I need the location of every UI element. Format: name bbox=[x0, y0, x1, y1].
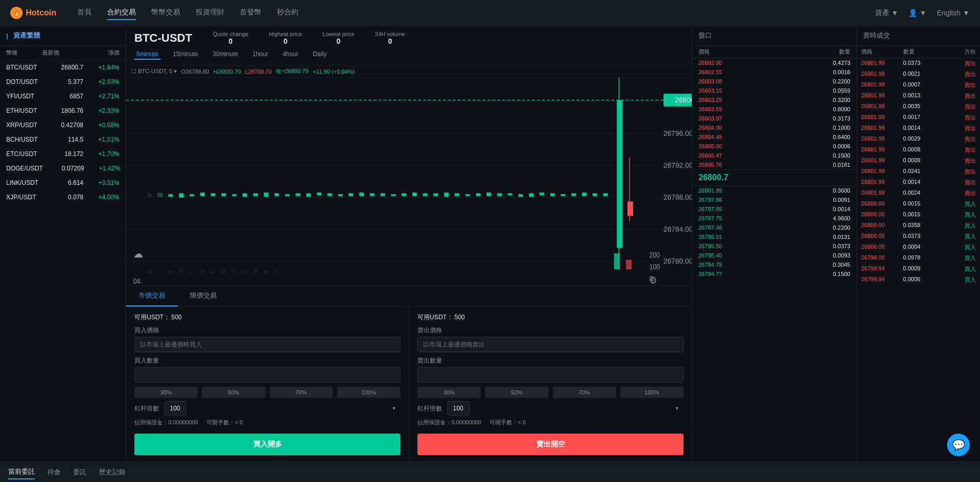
table-row[interactable]: 26797.46 0.2200 bbox=[692, 223, 856, 232]
chat-bubble[interactable]: 💬 bbox=[947, 434, 970, 456]
table-row[interactable]: 26803.15 0.0559 bbox=[692, 86, 856, 95]
list-item[interactable]: XRP/USDT 0.42708 +0.68% bbox=[0, 118, 126, 132]
language-selector[interactable]: English ▼ bbox=[937, 9, 970, 17]
buy-price-input[interactable] bbox=[134, 337, 400, 352]
bottom-tab-positions[interactable]: 持倉 bbox=[47, 466, 61, 479]
trade-direction: 賣出 bbox=[945, 60, 976, 67]
trade-direction: 賣出 bbox=[945, 103, 976, 111]
ob-sell-price: 26802.55 bbox=[698, 69, 775, 75]
nav-second[interactable]: 秒合約 bbox=[277, 6, 299, 20]
list-item[interactable]: DOT/USDT 5.377 +2.93% bbox=[0, 75, 126, 89]
svg-rect-29 bbox=[296, 194, 300, 196]
change-label: +2.71% bbox=[83, 93, 119, 100]
svg-text:100: 100 bbox=[650, 263, 660, 271]
table-row[interactable]: 26802.00 0.4273 bbox=[692, 58, 856, 67]
user-menu[interactable]: 👤 ▼ bbox=[908, 9, 926, 17]
bottom-tab-orders[interactable]: 委託 bbox=[73, 466, 86, 479]
list-item[interactable]: ETC/USDT 18.172 +1.70% bbox=[0, 147, 126, 161]
assets-menu[interactable]: 資產 ▼ bbox=[875, 8, 899, 18]
tf-daily[interactable]: Daily bbox=[311, 49, 329, 60]
svg-rect-38 bbox=[391, 194, 395, 196]
table-row[interactable]: 26794.77 0.1500 bbox=[692, 269, 856, 279]
sell-leverage-select[interactable]: 10 20 50 100 125 bbox=[447, 401, 469, 416]
logo-text: Hotcoin bbox=[26, 8, 57, 18]
buy-qty-input[interactable] bbox=[134, 367, 400, 383]
trade-price: 26800.00 bbox=[861, 222, 903, 230]
table-row[interactable]: 26797.85 0.0014 bbox=[692, 204, 856, 214]
table-row[interactable]: 26804.49 0.6400 bbox=[692, 132, 856, 142]
table-row[interactable]: 26794.78 0.3045 bbox=[692, 260, 856, 269]
change-label: +2.33% bbox=[83, 107, 119, 114]
trade-qty: 0.0017 bbox=[903, 114, 946, 122]
ob-qty: 0.0131 bbox=[775, 234, 851, 240]
list-item[interactable]: BCH/USDT 114.5 +1.01% bbox=[0, 132, 126, 147]
tf-15min[interactable]: 15minute bbox=[171, 49, 200, 60]
trade-direction: 賣出 bbox=[945, 135, 976, 143]
svg-rect-73 bbox=[232, 270, 236, 273]
svg-text:☁: ☁ bbox=[133, 247, 144, 260]
ob-qty: 4.9600 bbox=[775, 215, 851, 221]
sell-qty-input[interactable] bbox=[417, 367, 684, 383]
logo[interactable]: 🔥 Hotcoin bbox=[10, 7, 57, 19]
price-label: 114.5 bbox=[42, 136, 83, 143]
table-row[interactable]: 26805.47 0.1500 bbox=[692, 151, 856, 160]
price-label: 26800.7 bbox=[42, 64, 83, 71]
sell-pct-100[interactable]: 100% bbox=[620, 387, 684, 398]
table-row[interactable]: 26795.40 0.0093 bbox=[692, 251, 856, 260]
buy-leverage-label: 杠杆倍數 bbox=[134, 404, 159, 413]
sell-pct-70[interactable]: 70% bbox=[553, 387, 616, 398]
sell-price-input[interactable] bbox=[417, 337, 684, 352]
table-row[interactable]: 26803.29 0.3200 bbox=[692, 95, 856, 105]
buy-pct-70[interactable]: 70% bbox=[270, 387, 333, 398]
tf-4hour[interactable]: 4hour bbox=[281, 49, 301, 60]
buy-pct-100[interactable]: 100% bbox=[337, 387, 400, 398]
svg-rect-53 bbox=[550, 194, 554, 196]
list-item[interactable]: XJP/USDT 0.078 +4.00% bbox=[0, 190, 126, 204]
tab-market[interactable]: 市價交易 bbox=[126, 286, 178, 306]
nav-invest[interactable]: 投資理財 bbox=[196, 6, 224, 20]
nav-home[interactable]: 首頁 bbox=[77, 6, 92, 20]
tab-limit[interactable]: 限價交易 bbox=[178, 286, 229, 306]
table-row[interactable]: 26803.08 0.2200 bbox=[692, 77, 856, 86]
svg-rect-75 bbox=[253, 269, 257, 273]
table-row[interactable]: 26795.50 0.0373 bbox=[692, 242, 856, 251]
table-row[interactable]: 26804.00 0.1000 bbox=[692, 123, 856, 132]
tf-5min[interactable]: 5minute bbox=[134, 49, 161, 60]
svg-rect-36 bbox=[370, 194, 374, 196]
sell-open-button[interactable]: 賣出開空 bbox=[417, 434, 684, 455]
list-item[interactable]: BTC/USDT 26800.7 +1.84% bbox=[0, 60, 126, 75]
svg-rect-77 bbox=[274, 271, 278, 273]
list-item[interactable]: ETH/USDT 1806.76 +2.33% bbox=[0, 104, 126, 118]
bottom-tab-current[interactable]: 當前委託 bbox=[8, 465, 35, 479]
change-label: +1.70% bbox=[83, 150, 119, 158]
tf-30min[interactable]: 30minute bbox=[211, 49, 240, 60]
list-item[interactable]: YFI/USDT 6857 +2.71% bbox=[0, 89, 126, 104]
table-row[interactable]: 26797.86 0.0091 bbox=[692, 195, 856, 204]
buy-pct-50[interactable]: 50% bbox=[202, 387, 265, 398]
bottom-tab-history[interactable]: 歷史記錄 bbox=[99, 466, 126, 479]
trade-qty: 0.0029 bbox=[903, 135, 946, 143]
table-row[interactable]: 26803.59 0.8000 bbox=[692, 105, 856, 114]
table-row[interactable]: 26805.76 0.0181 bbox=[692, 160, 856, 169]
list-item[interactable]: DOGE/USDT 0.07209 +1.42% bbox=[0, 161, 126, 176]
buy-open-button[interactable]: 買入開多 bbox=[134, 434, 400, 455]
table-row[interactable]: 26795.51 0.0131 bbox=[692, 232, 856, 242]
sell-pct-50[interactable]: 50% bbox=[485, 387, 548, 398]
table-row[interactable]: 26802.55 0.0016 bbox=[692, 67, 856, 77]
svg-rect-26 bbox=[264, 193, 268, 197]
buy-leverage-select[interactable]: 10 20 50 100 125 bbox=[164, 401, 186, 416]
table-row[interactable]: 26797.75 4.9600 bbox=[692, 214, 856, 223]
nav-spot[interactable]: 幣幣交易 bbox=[151, 6, 180, 20]
list-item[interactable]: LINK/USDT 6.614 +3.31% bbox=[0, 176, 126, 190]
table-row: 26801.99 0.0024 賣出 bbox=[857, 188, 980, 199]
buy-pct-30[interactable]: 30% bbox=[134, 387, 198, 398]
nav-contract[interactable]: 合約交易 bbox=[107, 6, 136, 20]
nav-ido[interactable]: 首發幣 bbox=[240, 6, 261, 20]
tf-1hour[interactable]: 1hour bbox=[250, 49, 270, 60]
sell-form-footer: 佔用保證金：0.00000000 可開手數：< 0 bbox=[417, 419, 684, 426]
table-row: 26800.00 0.0373 買入 bbox=[857, 231, 980, 242]
sell-pct-30[interactable]: 30% bbox=[417, 387, 481, 398]
table-row[interactable]: 26803.97 0.3173 bbox=[692, 114, 856, 123]
table-row[interactable]: 26801.99 0.3600 bbox=[692, 186, 856, 195]
table-row[interactable]: 26805.00 0.0006 bbox=[692, 142, 856, 151]
